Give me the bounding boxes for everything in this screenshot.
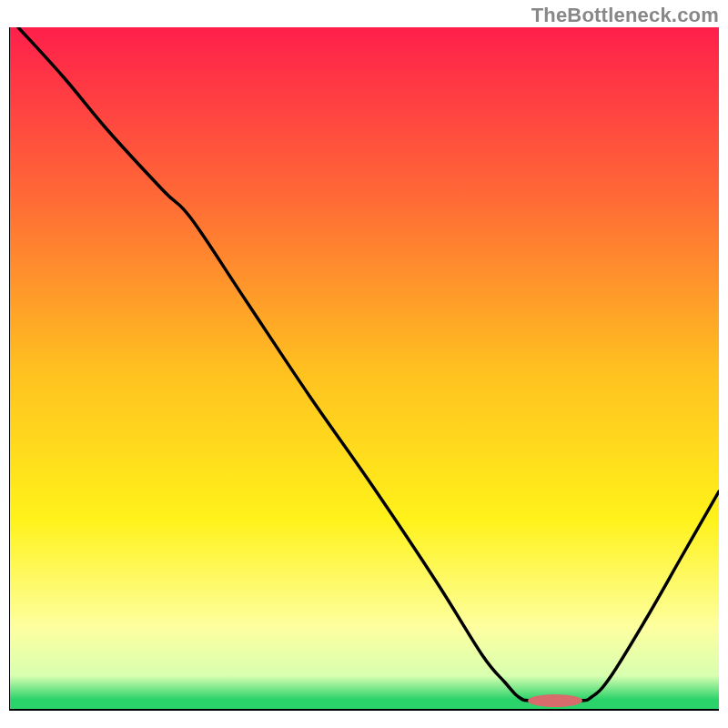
gradient-background <box>9 27 719 710</box>
bottleneck-chart <box>9 27 719 719</box>
plot-area <box>9 27 719 719</box>
green-band <box>9 699 719 710</box>
watermark-label: TheBottleneck.com <box>531 4 719 27</box>
optimal-marker <box>528 694 582 707</box>
chart-stage: TheBottleneck.com <box>0 0 728 728</box>
